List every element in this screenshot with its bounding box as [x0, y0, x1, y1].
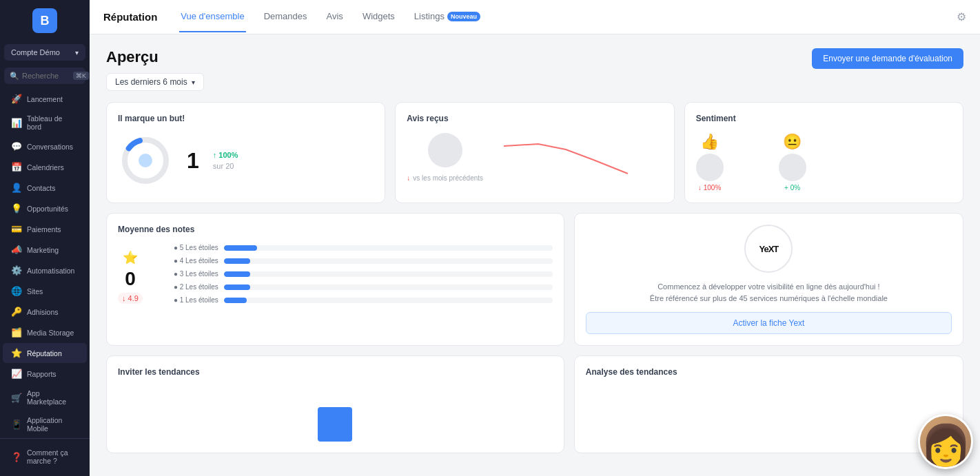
- sidebar-item-calendriers[interactable]: 📅 Calendriers: [3, 157, 87, 177]
- rapports-icon: 📈: [11, 369, 22, 379]
- sidebar-item-lancement[interactable]: 🚀 Lancement: [3, 89, 87, 109]
- adhisions-icon: 🔑: [11, 307, 22, 317]
- tab-widgets[interactable]: Widgets: [361, 1, 396, 32]
- sidebar-item-tableau-de-bord[interactable]: 📊 Tableau de bord: [3, 110, 87, 136]
- bar-row-2: ● 3 Les étoiles: [156, 270, 553, 278]
- date-filter-button[interactable]: Les derniers 6 mois ▾: [106, 73, 204, 91]
- bar-fill-1: [224, 258, 250, 264]
- sidebar-label-marketing: Marketing: [27, 246, 59, 254]
- page-content: Aperçu Les derniers 6 mois ▾ Envoyer une…: [90, 34, 980, 476]
- sidebar-label-comment: Comment ça marche ?: [27, 448, 79, 465]
- sidebar-item-comment-ca-marche[interactable]: ❓ Comment ça marche ?: [3, 444, 87, 470]
- bar-row-0: ● 5 Les étoiles: [156, 244, 553, 251]
- sidebar-label-opportunites: Opportunités: [27, 205, 68, 213]
- sentiment-positive: 👍 ↓ 100%: [696, 133, 724, 192]
- account-switcher[interactable]: Compte Démo ▾: [4, 44, 85, 61]
- sentiment-card-body: 👍 ↓ 100% 😐 + 0%: [696, 133, 952, 192]
- bar-fill-4: [224, 298, 247, 303]
- bar-label-4: ● 1 Les étoiles: [156, 296, 218, 304]
- sidebar-item-opportunites[interactable]: 💡 Opportunités: [3, 198, 87, 218]
- sidebar-label-contacts: Contacts: [27, 184, 55, 192]
- notes-bars: ● 5 Les étoiles ● 4 Les étoiles ● 3 Les …: [156, 244, 553, 309]
- svg-point-2: [139, 154, 152, 167]
- sidebar-item-contacts[interactable]: 👤 Contacts: [3, 178, 87, 198]
- logo-icon: B: [32, 8, 57, 33]
- sidebar-bottom: ❓ Comment ça marche ? ⚙️ Paramètres de ◀: [0, 438, 90, 476]
- star-icon: ⭐: [123, 250, 138, 265]
- send-review-request-button[interactable]: Envoyer une demande d'évaluation: [812, 48, 963, 69]
- invite-chart: [118, 386, 553, 442]
- tab-demandes[interactable]: Demandes: [263, 1, 309, 32]
- sidebar-label-media-storage: Media Storage: [27, 329, 74, 337]
- bar-track-4: [224, 298, 553, 303]
- sidebar-item-automatisation[interactable]: ⚙️ Automatisation: [3, 260, 87, 280]
- sidebar-item-parametres[interactable]: ⚙️ Paramètres de ◀: [3, 470, 87, 476]
- bar-label-0: ● 5 Les étoiles: [156, 244, 218, 251]
- sidebar-item-adhisions[interactable]: 🔑 Adhisions: [3, 302, 87, 322]
- score-meta: ↑ 100% sur 20: [213, 151, 238, 170]
- app-marketplace-icon: 🛒: [11, 393, 22, 403]
- tab-vue-ensemble[interactable]: Vue d'ensemble: [179, 1, 245, 32]
- automatisation-icon: ⚙️: [11, 265, 22, 276]
- score-card-body: 1 ↑ 100% sur 20: [118, 133, 374, 188]
- avg-score-value: 0: [125, 268, 136, 290]
- activate-yext-button[interactable]: Activer la fiche Yext: [586, 312, 952, 334]
- analyse-card: Analyse des tendances: [574, 355, 963, 453]
- sidebar-nav: 🚀 Lancement 📊 Tableau de bord 💬 Conversa…: [0, 88, 90, 438]
- sites-icon: 🌐: [11, 286, 22, 296]
- avis-card-body: ↓ vs les mois précédents: [407, 133, 662, 182]
- bar-row-1: ● 4 Les étoiles: [156, 257, 553, 265]
- top-navigation: Réputation Vue d'ensemble Demandes Avis …: [90, 0, 980, 34]
- sentiment-positive-pct: ↓ 100%: [698, 184, 721, 192]
- score-value: 1: [187, 148, 199, 174]
- sidebar-label-tableau-de-bord: Tableau de bord: [27, 114, 79, 131]
- opportunites-icon: 💡: [11, 203, 22, 214]
- page-title: Aperçu: [106, 48, 204, 66]
- paiements-icon: 💳: [11, 224, 22, 234]
- avatar-image: 👩: [920, 416, 971, 467]
- search-bar[interactable]: 🔍 ⌘K +: [4, 68, 85, 84]
- avis-compare-label: vs les mois précédents: [413, 174, 483, 182]
- tab-avis[interactable]: Avis: [325, 1, 345, 32]
- sidebar-item-sites[interactable]: 🌐 Sites: [3, 281, 87, 301]
- notes-card-title: Moyenne des notes: [118, 225, 553, 234]
- yext-desc: Commencez à développer votre visibilité …: [650, 281, 888, 304]
- sidebar-item-marketing[interactable]: 📣 Marketing: [3, 240, 87, 260]
- sidebar-label-lancement: Lancement: [27, 95, 63, 103]
- score-total: sur 20: [213, 162, 238, 170]
- avis-card: Avis reçus ↓ vs les mois précédents: [395, 102, 674, 203]
- contacts-icon: 👤: [11, 183, 22, 193]
- sidebar-item-conversations[interactable]: 💬 Conversations: [3, 136, 87, 156]
- notes-left: ⭐ 0 ↓ 4.9: [118, 250, 143, 304]
- neutral-icon: 😐: [783, 133, 802, 151]
- sidebar-item-app-marketplace[interactable]: 🛒 App Marketplace: [3, 384, 87, 411]
- account-label: Compte Démo: [11, 48, 60, 56]
- avis-avatar: [428, 133, 462, 167]
- search-input[interactable]: [22, 72, 70, 80]
- help-icon: ❓: [11, 452, 22, 462]
- sentiment-positive-count: [696, 154, 724, 181]
- bar-label-2: ● 3 Les étoiles: [156, 270, 218, 278]
- sentiment-neutral-pct: + 0%: [784, 184, 800, 192]
- notes-card-body: ⭐ 0 ↓ 4.9 ● 5 Les étoiles ● 4 Les étoile…: [118, 244, 553, 309]
- title-group: Aperçu Les derniers 6 mois ▾: [106, 48, 204, 91]
- bar-fill-3: [224, 284, 250, 290]
- sidebar-item-reputation[interactable]: ⭐ Réputation: [3, 343, 87, 363]
- tab-listings[interactable]: Listings Nouveau: [413, 1, 482, 32]
- bar-track-0: [224, 245, 553, 251]
- sidebar-item-application-mobile[interactable]: 📱 Application Mobile: [3, 411, 87, 437]
- middle-row: Moyenne des notes ⭐ 0 ↓ 4.9 ● 5 Les étoi…: [106, 213, 963, 346]
- listings-badge: Nouveau: [447, 12, 480, 21]
- sidebar-label-conversations: Conversations: [27, 143, 73, 151]
- sidebar-label-automatisation: Automatisation: [27, 267, 74, 275]
- reputation-icon: ⭐: [11, 348, 22, 358]
- media-storage-icon: 🗂️: [11, 327, 22, 338]
- bar-label-3: ● 2 Les étoiles: [156, 283, 218, 291]
- bar-label-1: ● 4 Les étoiles: [156, 257, 218, 265]
- sidebar-item-media-storage[interactable]: 🗂️ Media Storage: [3, 322, 87, 342]
- sentiment-neutral: 😐 + 0%: [779, 133, 806, 192]
- sidebar-item-rapports[interactable]: 📈 Rapports: [3, 364, 87, 384]
- score-donut: [118, 133, 173, 188]
- sidebar-item-paiements[interactable]: 💳 Paiements: [3, 219, 87, 239]
- settings-gear-icon[interactable]: ⚙: [957, 10, 966, 23]
